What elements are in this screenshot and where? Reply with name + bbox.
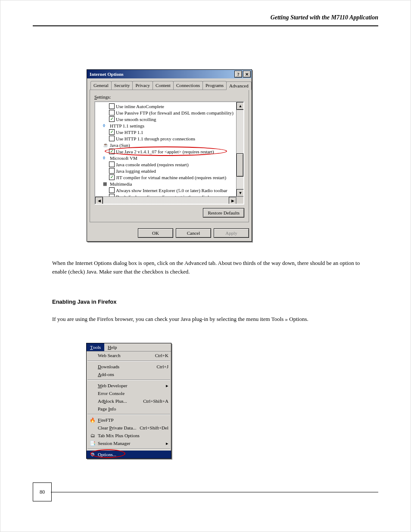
java-icon: ☕ xyxy=(103,143,109,148)
menu-item-label: FireFTP xyxy=(98,417,168,423)
item-label: Java logging enabled xyxy=(116,168,156,174)
close-button[interactable]: ✕ xyxy=(243,71,251,78)
win-icon: ◊ xyxy=(103,123,109,128)
tab-privacy[interactable]: Privacy xyxy=(132,81,153,90)
tab-advanced[interactable]: Advanced xyxy=(226,81,252,90)
checkbox-icon[interactable] xyxy=(109,162,115,167)
menu-item-page-info[interactable]: Page Info xyxy=(87,405,171,413)
item-label: Use HTTP 1.1 xyxy=(116,130,143,135)
checkbox-icon[interactable] xyxy=(109,110,115,115)
setting-item[interactable]: Use Passive FTP (for firewall and DSL mo… xyxy=(97,109,237,116)
win-icon: ◊ xyxy=(103,156,109,161)
setting-item[interactable]: ✓Use smooth scrolling xyxy=(97,116,237,122)
restore-defaults-button[interactable]: Restore Defaults xyxy=(203,208,244,218)
setting-item[interactable]: Java console enabled (requires restart) xyxy=(97,161,237,168)
setting-item[interactable]: ✓JIT compiler for virtual machine enable… xyxy=(97,174,237,180)
menu-item-tab-mix-plus-options[interactable]: 🗂Tab Mix Plus Options xyxy=(87,432,171,439)
category-microsoft-vm: ◊Microsoft VM xyxy=(97,155,237,161)
checkbox-icon[interactable]: ✓ xyxy=(109,149,115,154)
checkbox-icon[interactable] xyxy=(109,103,115,109)
category-multimedia: ▦Multimedia xyxy=(97,180,237,187)
menu-item-label: Options... xyxy=(98,452,168,457)
item-label: Use HTTP 1.1 through proxy connections xyxy=(116,136,195,141)
setting-item[interactable]: Java logging enabled xyxy=(97,168,237,174)
menu-item-session-manager[interactable]: 📑Session Manager▸ xyxy=(87,439,171,447)
settings-listbox[interactable]: Use inline AutoCompleteUse Passive FTP (… xyxy=(94,101,244,205)
ok-button[interactable]: OK xyxy=(138,228,173,238)
menu-item-label: Session Manager xyxy=(98,441,164,446)
item-label: HTTP 1.1 settings xyxy=(110,123,144,128)
checkbox-icon[interactable] xyxy=(109,187,115,193)
menu-item-adblock-plus[interactable]: Adblock Plus...Ctrl+Shift+A xyxy=(87,397,171,405)
menu-item-error-console[interactable]: Error Console xyxy=(87,389,171,397)
menu-bar: ToolsHelp xyxy=(87,343,171,351)
tab-programs[interactable]: Programs xyxy=(202,81,227,90)
menu-item-web-developer[interactable]: Web Developer▸ xyxy=(87,382,171,389)
help-button[interactable]: ? xyxy=(234,71,242,78)
checkbox-icon[interactable] xyxy=(109,168,115,174)
menu-shortcut: Ctrl+Shift+A xyxy=(143,398,168,404)
tab-connections[interactable]: Connections xyxy=(173,81,203,90)
doc-paragraph-1: When the Internet Options dialog box is … xyxy=(52,259,372,276)
menu-item-web-search[interactable]: Web SearchCtrl+K xyxy=(87,352,171,359)
item-label: Java (Sun) xyxy=(110,143,130,148)
internet-options-dialog: Internet Options ? ✕ GeneralSecurityPriv… xyxy=(87,69,252,242)
menu-item-downloads[interactable]: DownloadsCtrl+J xyxy=(87,363,171,370)
checkbox-icon[interactable]: ✓ xyxy=(109,116,115,122)
menu-shortcut: Ctrl+Shift+Del xyxy=(140,425,168,430)
menu-item-label: Tab Mix Plus Options xyxy=(98,433,168,438)
item-label: Java console enabled (requires restart) xyxy=(116,162,189,167)
menu-separator xyxy=(87,361,170,361)
item-label: Always show Internet Explorer (5.0 or la… xyxy=(116,188,227,193)
item-label: Microsoft VM xyxy=(110,156,137,161)
menu-item-label: Downloads xyxy=(98,364,156,369)
menu-item-options[interactable]: ⚙Options... xyxy=(87,451,171,458)
menu-item-label: Web Developer xyxy=(98,383,164,388)
checkbox-icon[interactable] xyxy=(109,136,115,141)
menu-item-label: Add-ons xyxy=(98,372,168,377)
menu-item-fireftp[interactable]: 🔥FireFTP xyxy=(87,416,171,424)
item-label: Use Java 2 v1.4.1_07 for <applet> (requi… xyxy=(116,149,214,154)
setting-item[interactable]: Use inline AutoComplete xyxy=(97,103,237,109)
checkbox-icon[interactable]: ✓ xyxy=(109,174,115,180)
vertical-scrollbar[interactable]: ▲ ▼ xyxy=(236,102,243,197)
menu-item-label: Web Search xyxy=(98,353,155,358)
category-http-1-1-settings: ◊HTTP 1.1 settings xyxy=(97,122,237,129)
tab-security[interactable]: Security xyxy=(111,81,133,90)
tools-menu: ToolsHelp Web SearchCtrl+KDownloadsCtrl+… xyxy=(86,343,171,459)
menu-shortcut: Ctrl+J xyxy=(156,364,168,369)
setting-item[interactable]: ✓Use Java 2 v1.4.1_07 for <applet> (requ… xyxy=(97,148,237,155)
footer-rule xyxy=(51,492,378,492)
setting-item[interactable]: Always show Internet Explorer (5.0 or la… xyxy=(97,187,237,193)
page-header-title: Getting Started with the M7110 Applicati… xyxy=(33,14,378,21)
category-java-sun-: ☕Java (Sun) xyxy=(97,142,237,148)
tab-general[interactable]: General xyxy=(90,81,112,90)
setting-item[interactable]: ✓Use HTTP 1.1 xyxy=(97,129,237,135)
scroll-right-icon[interactable]: ▶ xyxy=(229,197,237,205)
settings-label: Settings: xyxy=(94,94,244,100)
menubar-help[interactable]: Help xyxy=(104,343,120,351)
tab-content[interactable]: Content xyxy=(153,81,174,90)
apply-button[interactable]: Apply xyxy=(214,228,249,238)
menu-item-label: Page Info xyxy=(98,406,168,411)
scroll-left-icon[interactable]: ◀ xyxy=(95,197,103,205)
menu-item-add-ons[interactable]: Add-ons xyxy=(87,370,171,378)
cancel-button[interactable]: Cancel xyxy=(176,228,211,238)
menubar-tools[interactable]: Tools xyxy=(87,343,104,351)
scroll-down-icon[interactable]: ▼ xyxy=(237,189,244,197)
scroll-up-icon[interactable]: ▲ xyxy=(237,102,244,110)
dialog-tabs: GeneralSecurityPrivacyContentConnections… xyxy=(87,78,252,90)
dialog-title: Internet Options xyxy=(90,72,124,77)
menu-item-label: Error Console xyxy=(98,391,168,396)
menu-dropdown: Web SearchCtrl+KDownloadsCtrl+JAdd-onsWe… xyxy=(87,351,171,458)
menu-item-icon: 🔥 xyxy=(89,417,96,423)
submenu-arrow-icon: ▸ xyxy=(164,383,168,389)
menu-item-label: Adblock Plus... xyxy=(98,398,143,404)
item-label: Multimedia xyxy=(110,181,132,187)
setting-item[interactable]: Use HTTP 1.1 through proxy connections xyxy=(97,135,237,142)
horizontal-scrollbar[interactable]: ◀ ▶ xyxy=(95,196,237,204)
menu-item-clear-private-data[interactable]: Clear Private Data...Ctrl+Shift+Del xyxy=(87,424,171,432)
checkbox-icon[interactable]: ✓ xyxy=(109,129,115,135)
page-number: 80 xyxy=(33,482,52,501)
section-heading: Enabling Java in Firefox xyxy=(52,298,372,306)
